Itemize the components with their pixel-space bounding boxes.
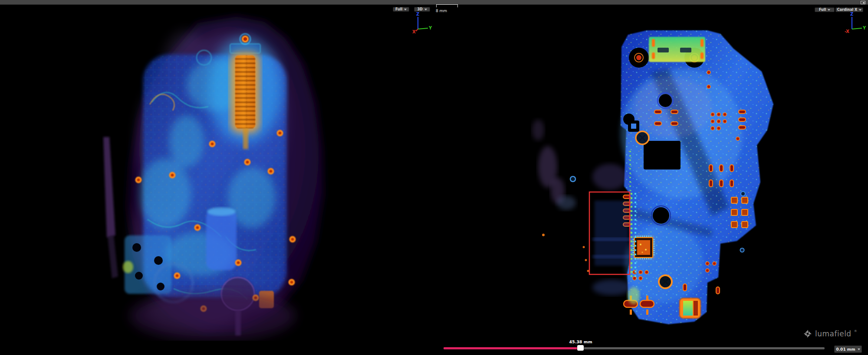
registered-mark: ® (854, 329, 857, 333)
axis-z-label: Z (850, 12, 853, 16)
left-view-label: 3D (417, 8, 422, 11)
scale-bar-label: 8 mm (436, 9, 447, 13)
left-size-label: Full (395, 8, 402, 11)
window-titlebar (0, 0, 868, 5)
bottom-glow (130, 290, 295, 341)
axis-x-label: X (412, 29, 416, 34)
pcb-board (621, 30, 773, 324)
chevron-down-icon (859, 9, 861, 11)
left-axis-gizmo: Z Y X (407, 11, 433, 34)
right-size-label: Full (819, 8, 826, 12)
slice-slider-handle[interactable] (577, 345, 584, 351)
right-scan-pcb-slice[interactable] (525, 21, 777, 344)
lumafield-wordmark: lumafield (815, 329, 852, 338)
step-size-dropdown[interactable]: 0.01 mm (834, 345, 862, 353)
app-canvas: Full 3D 8 mm Z Y X Full Cardinal X Z Y -… (0, 0, 868, 355)
right-axis-gizmo: Z Y -X (841, 11, 867, 34)
axis-z-label: Z (416, 12, 419, 16)
step-size-value: 0.01 mm (836, 347, 855, 352)
slice-position-value: 45.38 mm (561, 339, 600, 344)
chevron-down-icon (424, 9, 427, 10)
window-layout-icon[interactable] (861, 1, 865, 4)
slice-slider-track[interactable] (444, 347, 825, 349)
axis-y-label: Y (862, 26, 866, 30)
axis-neg-x-label: -X (845, 29, 849, 34)
scale-bar (436, 4, 458, 7)
axis-y-label: Y (428, 26, 432, 30)
lumafield-pinwheel-icon (803, 329, 812, 339)
lumafield-logo: lumafield ® (803, 329, 857, 339)
chevron-down-icon (404, 9, 407, 10)
slice-slider-fill (444, 347, 581, 349)
right-viewport-size-dropdown[interactable]: Full (815, 7, 835, 12)
chevron-down-icon (828, 9, 830, 11)
left-scan-3d-volume[interactable] (87, 11, 339, 341)
chevron-down-icon (858, 348, 860, 350)
